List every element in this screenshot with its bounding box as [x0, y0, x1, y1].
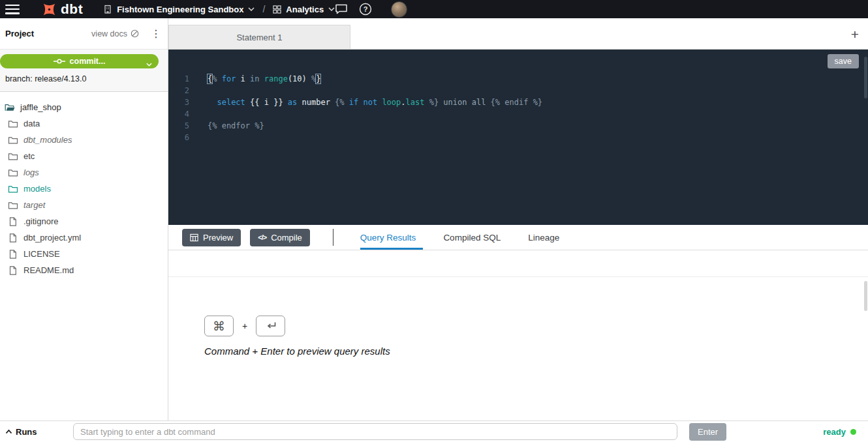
results-scrollbar[interactable] — [864, 281, 867, 311]
editor-gutter: 123456 — [168, 50, 197, 225]
line-number: 2 — [168, 85, 197, 96]
save-button[interactable]: save — [828, 54, 859, 68]
preview-button-label: Preview — [203, 233, 233, 243]
line-number: 4 — [168, 108, 197, 120]
line-number: 3 — [168, 96, 197, 108]
tree-item-label: target — [23, 200, 45, 210]
tab-label: Statement 1 — [236, 33, 282, 42]
account-selector[interactable]: Fishtown Engineering Sandbox — [103, 5, 255, 14]
code-line[interactable]: {% for i in range(10) %} — [208, 73, 868, 85]
code-brackets-icon: </> — [258, 233, 266, 241]
enter-key-icon — [256, 316, 285, 336]
editor-pane: Statement 1 + save 123456 {% for i in ra… — [168, 18, 868, 420]
tree-item-license[interactable]: LICENSE — [0, 246, 168, 262]
command-glyph: ⌘ — [213, 319, 225, 333]
kebab-menu-icon[interactable]: ⋮ — [151, 27, 160, 40]
toolbar-divider — [333, 229, 333, 246]
folder-icon — [8, 184, 18, 194]
tree-item-target[interactable]: target — [0, 197, 168, 213]
folder-icon — [8, 200, 18, 211]
table-grid-icon — [190, 233, 198, 242]
tree-item-readme-md[interactable]: README.md — [0, 262, 168, 278]
building-icon — [103, 5, 112, 14]
tree-item-label: .gitignore — [23, 216, 58, 226]
project-sidebar: Project view docs ⋮ — [0, 18, 168, 420]
dbt-logo[interactable]: dbt — [41, 1, 83, 18]
code-editor[interactable]: save 123456 {% for i in range(10) %} sel… — [168, 50, 868, 225]
file-icon — [8, 233, 18, 243]
line-number: 6 — [168, 132, 197, 143]
topbar-right: ? — [335, 1, 407, 18]
caret-up-icon — [5, 429, 12, 434]
project-name: Analytics — [286, 5, 324, 14]
panel-tab-query-results[interactable]: Query Results — [360, 225, 416, 250]
shortcut-keys: ⌘ + — [204, 316, 868, 336]
tab-statement-1[interactable]: Statement 1 — [168, 25, 350, 49]
code-line[interactable]: select {{ i }} as number {% if not loop.… — [208, 96, 868, 108]
code-line[interactable]: {% endfor %} — [208, 120, 868, 132]
tree-item-label: dbt_modules — [23, 135, 72, 145]
panel-tabs: Query ResultsCompiled SQLLineage — [360, 225, 559, 250]
folder-icon — [8, 151, 18, 162]
enter-button[interactable]: Enter — [689, 423, 726, 441]
runs-label: Runs — [16, 427, 37, 437]
commit-button-label: commit... — [70, 57, 106, 66]
tree-item-logs[interactable]: logs — [0, 164, 168, 181]
panel-tab-lineage[interactable]: Lineage — [528, 225, 559, 250]
runs-toggle[interactable]: Runs — [5, 427, 73, 437]
folder-open-icon — [5, 102, 15, 113]
file-icon — [8, 265, 18, 276]
tree-item-jaffle-shop[interactable]: jaffle_shop — [0, 99, 168, 115]
folder-icon — [8, 168, 18, 178]
status-indicator: ready — [823, 427, 856, 437]
tree-item-data[interactable]: data — [0, 115, 168, 132]
editor-code[interactable]: {% for i in range(10) %} select {{ i }} … — [197, 50, 868, 225]
view-docs-link[interactable]: view docs — [91, 29, 139, 38]
help-icon[interactable]: ? — [359, 3, 372, 16]
shortcut-hint: ⌘ + Command + Enter to preview query res… — [204, 316, 868, 357]
view-docs-label: view docs — [91, 29, 127, 38]
command-bar: Runs Enter ready — [0, 420, 868, 442]
new-tab-button[interactable]: + — [848, 27, 862, 40]
tree-item-models[interactable]: models — [0, 181, 168, 197]
branch-label: branch: release/4.13.0 — [0, 68, 168, 83]
editor-scrollbar[interactable] — [864, 57, 867, 98]
git-commit-icon — [54, 58, 65, 65]
chevron-down-icon — [146, 59, 152, 68]
code-line[interactable] — [208, 132, 868, 143]
compile-button[interactable]: </> Compile — [250, 229, 310, 246]
results-panel: Preview </> Compile Query ResultsCompile… — [168, 225, 868, 420]
preview-button[interactable]: Preview — [182, 229, 241, 246]
topbar: dbt Fishtown Engineering Sandbox / — [0, 0, 868, 18]
tree-item-label: data — [23, 119, 40, 128]
code-line[interactable] — [208, 85, 868, 96]
commit-button[interactable]: commit... — [0, 54, 159, 68]
project-selector[interactable]: Analytics — [273, 5, 335, 14]
tree-item-label: models — [23, 184, 51, 194]
panel-tab-compiled-sql[interactable]: Compiled SQL — [443, 225, 501, 250]
line-number: 5 — [168, 120, 197, 132]
tree-item-gitignore[interactable]: .gitignore — [0, 213, 168, 229]
dbt-command-input[interactable] — [73, 423, 677, 440]
breadcrumb-separator: / — [262, 4, 265, 14]
tree-item-etc[interactable]: etc — [0, 148, 168, 164]
topbar-left: dbt Fishtown Engineering Sandbox / — [5, 1, 335, 18]
git-section: commit... branch: release/4.13.0 — [0, 50, 168, 92]
status-dot — [850, 429, 856, 435]
file-icon — [8, 216, 18, 227]
user-avatar[interactable] — [391, 1, 407, 18]
file-tree: jaffle_shopdatadbt_modulesetclogsmodelst… — [0, 92, 168, 420]
tree-item-dbt-modules[interactable]: dbt_modules — [0, 132, 168, 148]
tree-item-dbt-project-yml[interactable]: dbt_project.yml — [0, 229, 168, 246]
code-line[interactable] — [208, 108, 868, 120]
svg-text:?: ? — [364, 5, 368, 13]
view-docs-icon — [131, 29, 139, 38]
account-name: Fishtown Engineering Sandbox — [117, 5, 243, 14]
tree-item-label: README.md — [23, 265, 74, 275]
hamburger-menu-icon[interactable] — [5, 5, 20, 14]
chat-icon[interactable] — [335, 3, 348, 15]
grid-icon — [273, 5, 281, 14]
results-header-strip — [168, 250, 868, 277]
editor-tabbar: Statement 1 + — [168, 18, 868, 50]
folder-icon — [8, 135, 18, 145]
